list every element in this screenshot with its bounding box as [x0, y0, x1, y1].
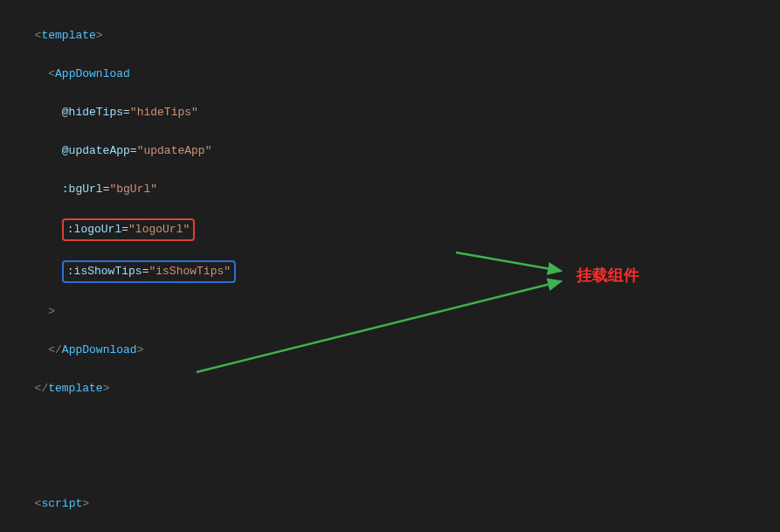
code-line: :bgUrl="bgUrl" — [21, 180, 780, 199]
code-line: <template> — [21, 26, 780, 45]
code-editor[interactable]: <template> <AppDownload @hideTips="hideT… — [0, 0, 780, 532]
highlight-isShowTips-attr: :isShowTips="isShowTips" — [62, 260, 236, 283]
code-line: </template> — [21, 379, 780, 398]
code-line: @updateApp="updateApp" — [21, 142, 780, 161]
annotation-label: 挂载组件 — [576, 266, 639, 285]
highlight-logoUrl-attr: :logoUrl="logoUrl" — [62, 218, 195, 241]
code-line: @hideTips="hideTips" — [21, 103, 780, 122]
code-line: > — [21, 302, 780, 321]
code-line — [21, 418, 780, 437]
code-line: <script> — [21, 494, 780, 514]
code-line — [21, 456, 780, 475]
code-line: :logoUrl="logoUrl" — [21, 218, 780, 241]
code-line: </AppDownload> — [21, 341, 780, 360]
code-line: :isShowTips="isShowTips" — [21, 260, 780, 283]
code-line: <AppDownload — [21, 65, 780, 84]
